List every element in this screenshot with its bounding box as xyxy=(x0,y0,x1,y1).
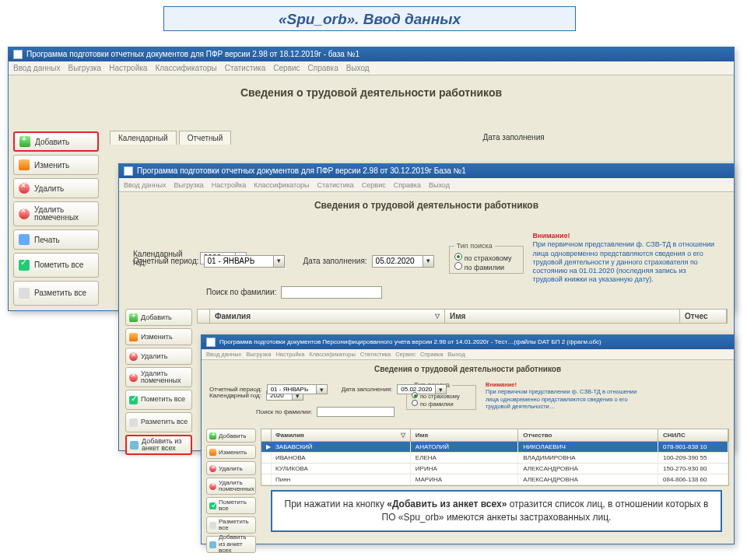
menu-item[interactable]: Сервис xyxy=(395,351,416,358)
period-input[interactable] xyxy=(267,384,317,394)
mark-all-button[interactable]: Пометить все xyxy=(13,253,99,278)
add-from-all-forms-button[interactable]: Добавить из анкет всех xyxy=(125,435,192,455)
label: Разметить все xyxy=(34,289,86,298)
period-input[interactable] xyxy=(204,255,274,268)
sidebar: Добавить Изменить Удалить Удалить помече… xyxy=(125,309,192,455)
table-row[interactable]: ИВАНОВАЕЛЕНАВЛАДИМИРОВНА100-209-390 55 xyxy=(261,453,728,464)
table-row[interactable]: КУЛИКОВАИРИНААЛЕКСАНДРОВНА150-270-930 80 xyxy=(261,464,728,474)
radio-icon xyxy=(412,400,418,406)
section-heading: Сведения о трудовой деятельности работни… xyxy=(9,75,734,107)
search-label: Поиск по фамилии: xyxy=(256,408,312,415)
menu-item[interactable]: Статистика xyxy=(360,351,391,358)
chevron-down-icon[interactable]: ▾ xyxy=(274,255,285,268)
col-patronymic[interactable]: Отчество xyxy=(523,432,552,439)
menu-item[interactable]: Справка xyxy=(394,181,421,189)
edit-button[interactable]: Изменить xyxy=(13,155,99,175)
menu-item[interactable]: Ввод данных xyxy=(124,181,166,189)
unmark-all-button[interactable]: Разметить все xyxy=(125,412,192,432)
check-icon xyxy=(209,502,216,509)
radio-by-surname[interactable]: по фамилии xyxy=(412,400,471,408)
fill-date-select[interactable]: ▾ xyxy=(372,255,434,268)
menu-item[interactable]: Классификаторы xyxy=(309,351,356,358)
col-name[interactable]: Имя xyxy=(416,432,428,439)
menu-item[interactable]: Выгрузка xyxy=(174,181,203,189)
period-select[interactable]: ▾ xyxy=(267,384,328,394)
fill-date-input[interactable] xyxy=(372,255,423,268)
radio-by-snils[interactable]: по страховому xyxy=(454,253,518,262)
delete-marked-button[interactable]: Удалить помеченных xyxy=(13,201,99,226)
unmark-all-button[interactable]: Разметить все xyxy=(206,516,256,534)
menu-item[interactable]: Выход xyxy=(346,64,370,72)
add-button[interactable]: Добавить xyxy=(206,429,256,443)
menu-item[interactable]: Ввод данных xyxy=(206,351,241,358)
chevron-down-icon[interactable]: ▾ xyxy=(436,384,447,394)
add-button[interactable]: Добавить xyxy=(13,131,99,152)
fill-date-select[interactable]: ▾ xyxy=(397,384,447,394)
label: Удалить xyxy=(141,352,167,360)
menu-item[interactable]: Настройка xyxy=(109,64,147,72)
add-from-all-forms-button[interactable]: Добавить из анкет всех xyxy=(206,536,256,553)
sort-icon: ▽ xyxy=(401,432,405,439)
label: по фамилии xyxy=(420,401,454,408)
menu-item[interactable]: Настройка xyxy=(275,351,304,358)
period-label: Отчетный период: xyxy=(209,386,262,393)
unmark-all-button[interactable]: Разметить все xyxy=(13,281,99,306)
table-row[interactable]: ПиннМАРИНААЛЕКСАНДРОВНА084-806-138 60 xyxy=(261,474,728,485)
add-button[interactable]: Добавить xyxy=(125,309,192,326)
radio-icon xyxy=(412,392,418,398)
chevron-down-icon[interactable]: ▾ xyxy=(423,255,434,268)
menu-item[interactable]: Настройка xyxy=(212,181,246,189)
tab-report[interactable]: Отчетный xyxy=(179,131,232,145)
label: Пометить все xyxy=(34,261,83,270)
menubar[interactable]: Ввод данных Выгрузка Настройка Классифик… xyxy=(119,178,734,192)
edit-button[interactable]: Изменить xyxy=(206,445,256,459)
notice-box: Внимание! При первичном представлении ф.… xyxy=(481,380,652,412)
delete-marked-button[interactable]: Удалить помеченных xyxy=(206,478,256,495)
print-button[interactable]: Печать xyxy=(13,229,99,250)
grid-body[interactable]: ▶ЗАБАВСКИЙАНАТОЛИЙНИКОЛАЕВИЧ078-901-838 … xyxy=(261,442,729,486)
app-icon xyxy=(124,166,133,176)
period-select[interactable]: ▾ xyxy=(204,255,285,268)
label: Изменить xyxy=(34,161,69,170)
menu-item[interactable]: Выход xyxy=(447,351,465,358)
menu-item[interactable]: Классификаторы xyxy=(155,64,216,72)
edit-button[interactable]: Изменить xyxy=(125,328,192,345)
menu-item[interactable]: Статистика xyxy=(317,181,354,189)
chevron-down-icon[interactable]: ▾ xyxy=(317,384,328,394)
radio-by-surname[interactable]: по фамилии xyxy=(454,262,518,271)
delete-icon xyxy=(209,465,216,472)
window-title: Программа подготовки документов Персониф… xyxy=(219,335,601,349)
search-input[interactable] xyxy=(281,286,382,299)
delete-marked-button[interactable]: Удалить помеченных xyxy=(125,367,192,387)
mark-all-button[interactable]: Пометить все xyxy=(206,497,256,514)
menu-item[interactable]: Справка xyxy=(420,351,443,358)
plus-icon xyxy=(129,313,138,322)
titlebar: Программа подготовки документов Персониф… xyxy=(202,335,734,349)
menu-item[interactable]: Выгрузка xyxy=(246,351,271,358)
search-input[interactable] xyxy=(317,407,395,417)
mark-all-button[interactable]: Пометить все xyxy=(125,390,192,410)
table-row[interactable]: ▶ЗАБАВСКИЙАНАТОЛИЙНИКОЛАЕВИЧ078-901-838 … xyxy=(261,442,728,453)
tab-calendar[interactable]: Календарный xyxy=(110,131,177,145)
delete-button[interactable]: Удалить xyxy=(125,348,192,365)
menubar[interactable]: Ввод данных Выгрузка Настройка Классифик… xyxy=(202,349,734,360)
menu-item[interactable]: Классификаторы xyxy=(254,181,309,189)
menu-item[interactable]: Выход xyxy=(429,181,450,189)
menubar[interactable]: Ввод данных Выгрузка Настройка Классифик… xyxy=(9,61,734,75)
col-surname[interactable]: Фамилия xyxy=(275,432,304,439)
delete-button[interactable]: Удалить xyxy=(13,178,99,198)
menu-item[interactable]: Справка xyxy=(308,64,338,72)
menu-item[interactable]: Выгрузка xyxy=(68,64,101,72)
menu-item[interactable]: Сервис xyxy=(362,181,386,189)
fill-date-label: Дата заполнения: xyxy=(342,386,393,393)
menu-item[interactable]: Сервис xyxy=(273,64,300,72)
col-surname[interactable]: Фамилия xyxy=(215,312,251,320)
menu-item[interactable]: Статистика xyxy=(225,64,266,72)
menu-item[interactable]: Ввод данных xyxy=(13,64,60,72)
col-name[interactable]: Имя xyxy=(450,312,465,320)
col-patronymic[interactable]: Отчес xyxy=(685,312,707,320)
label: Пометить все xyxy=(141,396,185,403)
label: Добавить xyxy=(141,313,172,321)
col-snils[interactable]: СНИЛС xyxy=(663,432,686,439)
delete-button[interactable]: Удалить xyxy=(206,461,256,475)
